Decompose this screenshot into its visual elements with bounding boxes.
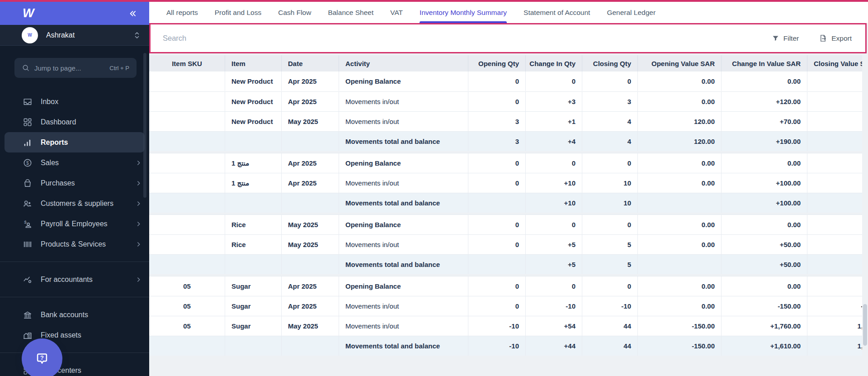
sidebar-item-label: Fixed assets (41, 331, 143, 339)
payroll-icon: $ (23, 219, 33, 229)
sidebar-item-label: Dashboard (41, 118, 143, 126)
table-total-row: Movements total and balance3+44120.00+19… (149, 131, 868, 151)
sidebar-item-bank-accounts[interactable]: Bank accounts (0, 305, 149, 325)
tab-balance-sheet[interactable]: Balance Sheet (328, 2, 373, 23)
cell-opening-value-sar: 0.00 (638, 215, 722, 234)
cell-date: Apr 2025 (282, 92, 339, 111)
column-header-closing-qty: Closing Qty (582, 55, 638, 71)
cell-opening-value-sar: 0.00 (638, 153, 722, 173)
table-row: منتج 1Apr 2025Movements in/out0+10100.00… (149, 173, 868, 193)
cell-opening-value-sar: 0.00 (638, 173, 722, 193)
sidebar-item-dashboard[interactable]: Dashboard (0, 112, 149, 132)
export-button[interactable]: Export (819, 34, 852, 43)
sidebar-item-for-accountants[interactable]: For accountants (0, 269, 149, 290)
cell-activity: Opening Balance (339, 153, 468, 173)
cell-closing-value-sar (807, 235, 868, 254)
filter-funnel-icon (772, 34, 779, 42)
table-row: RiceMay 2025Opening Balance0000.000.00 (149, 214, 868, 234)
tab-profit-and-loss[interactable]: Profit and Loss (215, 2, 261, 23)
sidebar-item-purchases[interactable]: Purchases (0, 173, 149, 193)
search-input[interactable] (151, 34, 772, 43)
cell-item: New Product (225, 112, 282, 131)
sidebar-item-payroll-employees[interactable]: $Payroll & Employees (0, 214, 149, 234)
tab-inventory-monthly-summary[interactable]: Inventory Monthly Summary (420, 2, 507, 23)
sidebar-item-inbox[interactable]: Inbox (0, 91, 149, 112)
table-row: RiceMay 2025Movements in/out0+550.00+50.… (149, 234, 868, 254)
cell-opening-qty: 3 (468, 112, 526, 131)
cell-closing-qty: 44 (582, 336, 638, 356)
sidebar-item-customers-suppliers[interactable]: Customers & suppliers (0, 193, 149, 214)
cell-item (225, 255, 282, 274)
tab-general-ledger[interactable]: General Ledger (607, 2, 656, 23)
sidebar-nav: InboxDashboardReports$SalesPurchasesCust… (0, 91, 149, 376)
products-icon (23, 239, 33, 249)
tab-cash-flow[interactable]: Cash Flow (278, 2, 311, 23)
cell-item: Rice (225, 235, 282, 254)
jump-placeholder: Jump to page... (34, 64, 109, 72)
cell-date: Apr 2025 (282, 276, 339, 296)
bank-icon (23, 310, 33, 320)
cell-activity: Movements total and balance (339, 193, 468, 213)
sidebar-item-label: Bank accounts (41, 311, 143, 319)
chevron-right-icon (135, 159, 143, 167)
cell-item: منتج 1 (225, 173, 282, 193)
cell-date: Apr 2025 (282, 173, 339, 193)
cell-item-sku (149, 71, 225, 91)
tab-statement-of-account[interactable]: Statement of Account (524, 2, 590, 23)
cell-date: May 2025 (282, 235, 339, 254)
cell-change-in-value-sar: +50.00 (722, 235, 807, 254)
column-header-change-in-qty: Change In Qty (526, 55, 582, 71)
sidebar-item-reports[interactable]: Reports (5, 132, 145, 152)
cell-opening-qty: -10 (468, 316, 526, 336)
cell-opening-value-sar: 120.00 (638, 132, 722, 151)
column-header-item-sku: Item SKU (149, 55, 225, 71)
cell-opening-qty: 0 (468, 92, 526, 111)
tab-vat[interactable]: VAT (390, 2, 403, 23)
cell-opening-qty: 0 (468, 296, 526, 316)
cell-activity: Movements in/out (339, 316, 468, 336)
help-button[interactable]: ? (22, 338, 62, 376)
cell-item: Sugar (225, 316, 282, 336)
main-scrollbar-thumb[interactable] (863, 304, 867, 346)
cell-opening-value-sar: 120.00 (638, 112, 722, 131)
chevron-right-icon (135, 179, 143, 187)
sidebar-item-products-services[interactable]: Products & Services (0, 234, 149, 254)
cell-closing-qty: -10 (582, 296, 638, 316)
sidebar-item-fixed-assets[interactable]: Fixed assets (0, 325, 149, 345)
column-header-opening-qty: Opening Qty (468, 55, 526, 71)
cell-closing-qty: 5 (582, 235, 638, 254)
cell-item-sku: 05 (149, 276, 225, 296)
table-total-row: Movements total and balance+55+50.00 (149, 254, 868, 274)
sidebar-item-label: Payroll & Employees (41, 220, 135, 228)
table-row: منتج 1Apr 2025Opening Balance0000.000.00 (149, 153, 868, 173)
export-label: Export (831, 34, 852, 43)
main-scrollbar[interactable] (862, 55, 868, 376)
cell-date: May 2025 (282, 316, 339, 336)
cell-change-in-value-sar: +1,760.00 (722, 316, 807, 336)
cell-closing-qty: 3 (582, 92, 638, 111)
cell-closing-qty: 0 (582, 276, 638, 296)
cell-closing-qty: 4 (582, 132, 638, 151)
table-total-row: Movements total and balance+1010+100.00 (149, 193, 868, 213)
cell-closing-value-sar (807, 92, 868, 111)
sidebar-collapse-button[interactable] (126, 7, 139, 20)
sidebar-item-sales[interactable]: $Sales (0, 152, 149, 173)
cell-closing-value-sar (807, 255, 868, 274)
filter-button[interactable]: Filter (772, 34, 799, 43)
organization-avatar: W (22, 27, 38, 43)
jump-to-page-search[interactable]: Jump to page... Ctrl + P (14, 58, 137, 78)
sidebar-scrollbar[interactable] (143, 53, 146, 198)
cell-item-sku (149, 215, 225, 234)
organization-name: Ashrakat (46, 31, 133, 39)
organization-switcher[interactable]: W Ashrakat (0, 25, 149, 46)
cell-activity: Movements in/out (339, 92, 468, 111)
cell-item: New Product (225, 92, 282, 111)
cell-opening-qty: 0 (468, 173, 526, 193)
report-tabs-bar: All reportsProfit and LossCash FlowBalan… (149, 2, 868, 23)
cell-opening-qty: 0 (468, 235, 526, 254)
cell-change-in-qty: +44 (526, 336, 582, 356)
cell-activity: Movements in/out (339, 296, 468, 316)
tab-all-reports[interactable]: All reports (166, 2, 198, 23)
table-header-row: Item SKUItemDateActivityOpening QtyChang… (149, 55, 868, 71)
cell-change-in-value-sar: +120.00 (722, 92, 807, 111)
